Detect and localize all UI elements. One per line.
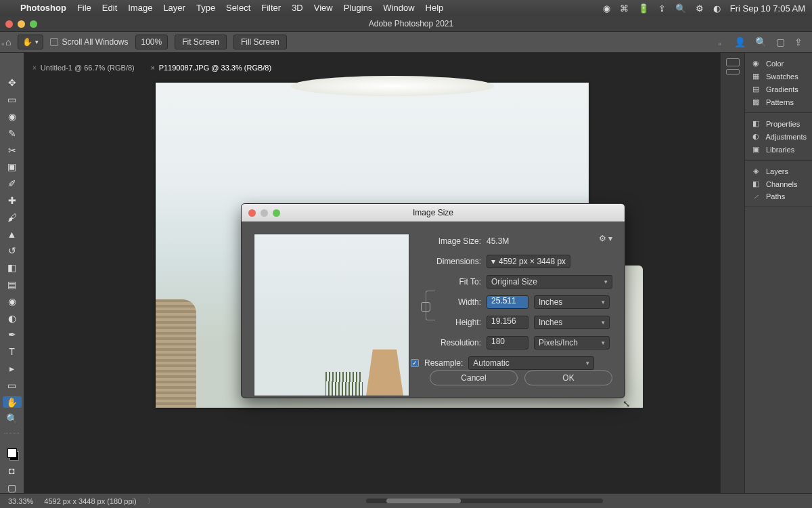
panel-channels[interactable]: ◧Channels: [745, 177, 812, 190]
menu-3d[interactable]: 3D: [286, 0, 309, 16]
menu-plugins[interactable]: Plugins: [338, 0, 378, 16]
scrollbar-thumb[interactable]: [386, 499, 461, 503]
color-swatch[interactable]: [3, 447, 22, 459]
dialog-titlebar[interactable]: Image Size: [242, 204, 625, 221]
zoom-tool[interactable]: 🔍: [3, 413, 22, 425]
gradient-tool[interactable]: ▤: [3, 279, 22, 291]
menubar-clock[interactable]: Fri Sep 10 7:05 AM: [730, 3, 805, 14]
type-tool[interactable]: T: [3, 346, 22, 358]
fit-screen-button[interactable]: Fit Screen: [175, 35, 227, 49]
screen-mode-tool[interactable]: ▢: [3, 482, 22, 493]
horizontal-scrollbar[interactable]: [366, 499, 603, 503]
eraser-tool[interactable]: ◧: [3, 262, 22, 274]
menu-app[interactable]: Photoshop: [15, 0, 72, 16]
panel-color[interactable]: ◉Color: [745, 57, 812, 70]
pen-tool[interactable]: ✒: [3, 329, 22, 341]
close-tab-icon[interactable]: ×: [151, 64, 155, 72]
panel-layers[interactable]: ◈Layers: [745, 165, 812, 177]
menu-window[interactable]: Window: [378, 0, 420, 16]
resolution-unit-dropdown[interactable]: Pixels/Inch▾: [534, 336, 610, 350]
status-zoom[interactable]: 33.33%: [8, 497, 33, 505]
width-input[interactable]: 25.511: [487, 295, 528, 309]
gear-icon[interactable]: ⚙ ▾: [599, 234, 612, 243]
panel-toggle-icon[interactable]: [726, 58, 740, 66]
resolution-input[interactable]: 180: [487, 336, 528, 350]
scroll-all-windows-checkbox[interactable]: Scroll All Windows: [50, 37, 128, 47]
search-icon[interactable]: 🔍: [675, 3, 686, 14]
menu-view[interactable]: View: [309, 0, 338, 16]
menu-help[interactable]: Help: [420, 0, 449, 16]
image-size-dialog: Image Size ⚙ ▾ Image Size: 45.3M Dimensi…: [241, 203, 625, 398]
workspace-icon[interactable]: ▢: [776, 37, 785, 47]
brush-tool[interactable]: 🖌: [3, 211, 22, 223]
status-chevron-icon[interactable]: 〉: [148, 496, 154, 506]
menu-type[interactable]: Type: [191, 0, 221, 16]
panel-properties[interactable]: ◧Properties: [745, 117, 812, 130]
menu-filter[interactable]: Filter: [256, 0, 286, 16]
dimensions-label: Dimensions:: [422, 257, 481, 266]
cc-icon[interactable]: ⌘: [620, 3, 629, 14]
move-tool[interactable]: ✥: [3, 77, 22, 89]
wifi-icon[interactable]: ⇪: [658, 3, 666, 14]
healing-tool[interactable]: ✚: [3, 195, 22, 207]
siri-icon[interactable]: ◐: [713, 3, 721, 14]
frame-tool[interactable]: ▣: [3, 161, 22, 173]
panel-swatches[interactable]: ▦Swatches: [745, 70, 812, 83]
share-icon[interactable]: ⇪: [794, 37, 803, 47]
close-tab-icon[interactable]: ×: [32, 64, 37, 72]
history-brush-tool[interactable]: ↺: [3, 245, 22, 257]
zoom-field[interactable]: 100%: [135, 35, 168, 49]
dimensions-dropdown[interactable]: ▾ 4592 px × 3448 px: [487, 255, 570, 268]
channels-icon: ◧: [750, 179, 761, 188]
resample-checkbox[interactable]: ✓: [411, 359, 419, 367]
crop-tool[interactable]: ✂: [3, 144, 22, 156]
menu-select[interactable]: Select: [221, 0, 256, 16]
resample-dropdown[interactable]: Automatic▾: [468, 356, 594, 370]
adjustments-icon: ◐: [750, 132, 761, 141]
fill-screen-button[interactable]: Fill Screen: [233, 35, 287, 49]
control-center-icon[interactable]: ⚙: [696, 3, 704, 14]
menu-file[interactable]: File: [72, 0, 97, 16]
height-input[interactable]: 19.156: [487, 316, 528, 329]
height-unit-dropdown[interactable]: Inches▾: [534, 316, 610, 329]
rectangle-tool[interactable]: ▭: [3, 379, 22, 391]
menu-edit[interactable]: Edit: [97, 0, 122, 16]
quick-select-tool[interactable]: ✎: [3, 127, 22, 139]
quick-mask-tool[interactable]: ◘: [3, 465, 22, 476]
canvas-area[interactable]: Image Size ⚙ ▾ Image Size: 45.3M Dimensi…: [24, 53, 720, 493]
status-dimensions[interactable]: 4592 px x 3448 px (180 ppi): [44, 497, 136, 505]
battery-icon[interactable]: 🔋: [638, 3, 649, 14]
ok-button[interactable]: OK: [524, 371, 612, 385]
eyedropper-tool[interactable]: ✐: [3, 178, 22, 190]
menu-layer[interactable]: Layer: [158, 0, 191, 16]
width-unit-dropdown[interactable]: Inches▾: [534, 295, 610, 309]
collapsed-panel-strip[interactable]: [720, 53, 744, 493]
panel-gradients[interactable]: ▤Gradients: [745, 83, 812, 96]
marquee-tool[interactable]: ▭: [3, 94, 22, 106]
panel-adjustments[interactable]: ◐Adjustments: [745, 130, 812, 143]
panel-toggle-icon[interactable]: [726, 69, 740, 75]
link-dimensions-icon[interactable]: [426, 291, 435, 320]
blur-tool[interactable]: ◉: [3, 295, 22, 307]
lasso-tool[interactable]: ◉: [3, 111, 22, 123]
search-ps-icon[interactable]: 🔍: [755, 37, 767, 47]
hand-tool[interactable]: ✋: [3, 396, 22, 408]
collapse-panels-icon[interactable]: »: [718, 41, 721, 47]
clone-tool[interactable]: ▲: [3, 228, 22, 240]
menu-image[interactable]: Image: [122, 0, 158, 16]
panel-paths[interactable]: ⟋Paths: [745, 190, 812, 203]
document-tab-2[interactable]: × P1190087.JPG @ 33.3% (RGB/8): [143, 61, 279, 75]
document-tab-1[interactable]: × Untitled-1 @ 66.7% (RGB/8): [24, 61, 143, 75]
search-cloud-icon[interactable]: 👤: [734, 37, 746, 47]
home-icon[interactable]: ⌂: [5, 37, 11, 47]
dodge-tool[interactable]: ◐: [3, 312, 22, 324]
path-select-tool[interactable]: ▸: [3, 363, 22, 375]
hand-tool-indicator[interactable]: ✋ ▾: [18, 35, 43, 49]
record-icon[interactable]: ◉: [603, 3, 610, 14]
panel-patterns[interactable]: ▩Patterns: [745, 96, 812, 108]
fit-to-dropdown[interactable]: Original Size▾: [487, 275, 612, 289]
collapse-toolbar-icon[interactable]: «: [1, 41, 5, 47]
dialog-preview[interactable]: [254, 234, 409, 396]
cancel-button[interactable]: Cancel: [430, 371, 518, 385]
panel-libraries[interactable]: ▣Libraries: [745, 143, 812, 156]
